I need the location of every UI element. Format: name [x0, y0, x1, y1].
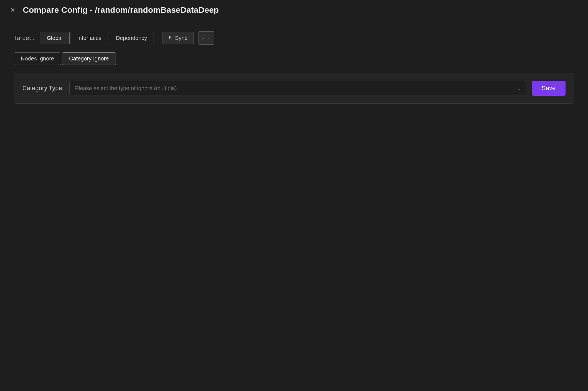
target-label: Target :: [14, 34, 34, 42]
category-type-label: Category Type:: [22, 85, 64, 92]
tab-category-ignore[interactable]: Category Ignore: [62, 52, 116, 65]
target-row: Target : Global Interfaces Dependency ↻ …: [14, 31, 574, 45]
select-wrapper: Please select the type of ignore (multip…: [69, 81, 526, 95]
dialog-title: Compare Config - /random/randomBaseDataD…: [23, 5, 219, 15]
tab-nodes-ignore[interactable]: Nodes Ignore: [14, 52, 61, 65]
more-button[interactable]: ···: [198, 31, 214, 45]
close-button[interactable]: ×: [8, 5, 17, 15]
category-type-select[interactable]: Please select the type of ignore (multip…: [69, 81, 526, 95]
content-area: Target : Global Interfaces Dependency ↻ …: [0, 20, 588, 115]
config-panel: Category Type: Please select the type of…: [14, 73, 574, 104]
tab-dependency[interactable]: Dependency: [109, 32, 154, 44]
dialog: × Compare Config - /random/randomBaseDat…: [0, 0, 588, 391]
sync-label: Sync: [175, 35, 187, 41]
save-button[interactable]: Save: [532, 81, 566, 96]
target-tab-group: Global Interfaces Dependency: [40, 32, 154, 44]
sync-button[interactable]: ↻ Sync: [162, 32, 194, 44]
tab-global[interactable]: Global: [40, 32, 70, 44]
close-icon: ×: [11, 6, 15, 14]
title-bar: × Compare Config - /random/randomBaseDat…: [0, 0, 588, 20]
sync-icon: ↻: [169, 35, 173, 41]
tab-interfaces[interactable]: Interfaces: [70, 32, 108, 44]
ignore-tabs: Nodes Ignore Category Ignore: [14, 52, 574, 65]
